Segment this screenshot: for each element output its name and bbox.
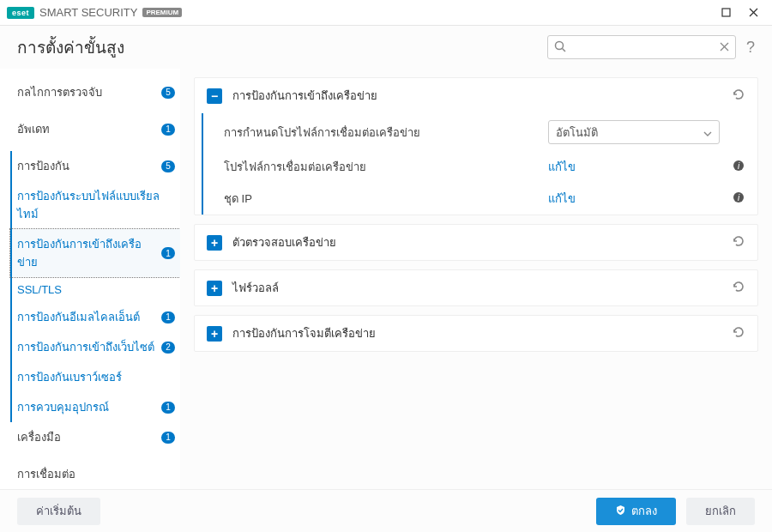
page-title: การตั้งค่าขั้นสูง bbox=[17, 34, 124, 60]
sidebar-item-1[interactable]: อัพเดท1 bbox=[10, 114, 180, 144]
badge: 1 bbox=[161, 402, 175, 414]
brand-name: SMART SECURITY bbox=[39, 6, 137, 19]
search-input[interactable] bbox=[547, 35, 736, 59]
brand-tier: PREMIUM bbox=[142, 8, 182, 17]
maximize-button[interactable] bbox=[714, 3, 738, 22]
shield-icon bbox=[615, 505, 626, 518]
sidebar-item-0[interactable]: กลไกการตรวจจับ5 bbox=[10, 77, 180, 107]
titlebar: eset SMART SECURITY PREMIUM bbox=[0, 0, 772, 26]
panel-0: −การป้องกันการเข้าถึงเครือข่ายการกำหนดโป… bbox=[194, 77, 758, 215]
undo-icon[interactable] bbox=[732, 325, 745, 342]
sidebar-item-label: SSL/TLS bbox=[17, 283, 175, 296]
profile-select[interactable]: อัตโนมัติ bbox=[548, 120, 720, 144]
select-value: อัตโนมัติ bbox=[556, 124, 598, 142]
sidebar-item-label: การป้องกันระบบไฟล์แบบเรียลไทม์ bbox=[17, 187, 175, 223]
info-icon[interactable]: i bbox=[732, 191, 745, 206]
default-button[interactable]: ค่าเริ่มต้น bbox=[17, 498, 100, 525]
cancel-button[interactable]: ยกเลิก bbox=[686, 498, 755, 525]
collapse-icon[interactable]: − bbox=[207, 88, 222, 104]
ok-button[interactable]: ตกลง bbox=[596, 498, 676, 525]
sidebar-item-3[interactable]: การป้องกันระบบไฟล์แบบเรียลไทม์ bbox=[10, 181, 180, 229]
header: การตั้งค่าขั้นสูง ? bbox=[0, 26, 772, 69]
setting-row-2: ชุด IPแก้ไขi bbox=[203, 183, 757, 215]
body: กลไกการตรวจจับ5อัพเดท1การป้องกัน5การป้อง… bbox=[0, 69, 772, 489]
sidebar-item-label: เครื่องมือ bbox=[17, 428, 156, 446]
info-icon[interactable]: i bbox=[732, 160, 745, 174]
sidebar-item-label: การป้องกันอีเมลไคลเอ็นต์ bbox=[17, 308, 156, 326]
sidebar-item-label: การป้องกันเบราว์เซอร์ bbox=[17, 368, 175, 386]
edit-link[interactable]: แก้ไข bbox=[548, 192, 576, 205]
badge: 2 bbox=[161, 342, 175, 354]
panel-header[interactable]: +ตัวตรวจสอบเครือข่าย bbox=[195, 225, 757, 260]
sidebar-item-label: การป้องกันการเข้าถึงเครือข่าย bbox=[17, 235, 156, 271]
badge: 5 bbox=[161, 87, 175, 99]
search-clear-icon[interactable] bbox=[720, 40, 729, 54]
badge: 5 bbox=[161, 160, 175, 172]
brand: eset SMART SECURITY PREMIUM bbox=[7, 6, 182, 19]
sidebar-item-8[interactable]: การป้องกันเบราว์เซอร์ bbox=[10, 362, 180, 392]
sidebar-item-label: การควบคุมอุปกรณ์ bbox=[17, 398, 156, 416]
badge: 1 bbox=[161, 247, 175, 259]
panel-3: +การป้องกันการโจมตีเครือข่าย bbox=[194, 315, 758, 352]
content: −การป้องกันการเข้าถึงเครือข่ายการกำหนดโป… bbox=[180, 69, 772, 489]
expand-icon[interactable]: + bbox=[207, 281, 222, 296]
sidebar-item-4[interactable]: การป้องกันการเข้าถึงเครือข่าย1 bbox=[10, 229, 180, 277]
sidebar-item-label: การเชื่อมต่อ bbox=[17, 465, 175, 483]
close-icon bbox=[749, 8, 758, 17]
square-icon bbox=[721, 8, 731, 17]
sidebar-item-10[interactable]: เครื่องมือ1 bbox=[10, 422, 180, 452]
sidebar-item-7[interactable]: การป้องกันการเข้าถึงเว็บไซต์2 bbox=[10, 332, 180, 362]
sidebar-item-2[interactable]: การป้องกัน5 bbox=[10, 151, 180, 181]
setting-row-0: การกำหนดโปรไฟล์การเชื่อมต่อเครือข่ายอัตโ… bbox=[203, 113, 757, 151]
chevron-down-icon bbox=[703, 126, 712, 139]
panel-body: การกำหนดโปรไฟล์การเชื่อมต่อเครือข่ายอัตโ… bbox=[202, 113, 757, 215]
window-controls bbox=[714, 3, 765, 22]
svg-rect-0 bbox=[722, 9, 730, 16]
expand-icon[interactable]: + bbox=[207, 326, 222, 342]
panel-header[interactable]: +การป้องกันการโจมตีเครือข่าย bbox=[195, 316, 757, 351]
sidebar: กลไกการตรวจจับ5อัพเดท1การป้องกัน5การป้อง… bbox=[0, 69, 180, 489]
help-icon[interactable]: ? bbox=[746, 39, 755, 57]
brand-badge: eset bbox=[7, 7, 34, 19]
setting-label: การกำหนดโปรไฟล์การเชื่อมต่อเครือข่าย bbox=[224, 124, 548, 142]
panel-title: ตัวตรวจสอบเครือข่าย bbox=[232, 233, 732, 251]
sidebar-item-label: การป้องกันการเข้าถึงเว็บไซต์ bbox=[17, 338, 156, 356]
undo-icon[interactable] bbox=[732, 280, 745, 297]
footer: ค่าเริ่มต้น ตกลง ยกเลิก bbox=[0, 489, 772, 532]
close-button[interactable] bbox=[741, 3, 765, 22]
setting-label: โปรไฟล์การเชื่อมต่อเครือข่าย bbox=[224, 158, 548, 176]
undo-icon[interactable] bbox=[732, 234, 745, 251]
sidebar-item-5[interactable]: SSL/TLS bbox=[10, 277, 180, 302]
sidebar-item-6[interactable]: การป้องกันอีเมลไคลเอ็นต์1 bbox=[10, 302, 180, 332]
setting-label: ชุด IP bbox=[224, 190, 548, 208]
expand-icon[interactable]: + bbox=[207, 235, 222, 251]
sidebar-item-11[interactable]: การเชื่อมต่อ bbox=[10, 459, 180, 489]
badge: 1 bbox=[161, 432, 175, 444]
panel-title: การป้องกันการเข้าถึงเครือข่าย bbox=[232, 87, 732, 105]
sidebar-item-9[interactable]: การควบคุมอุปกรณ์1 bbox=[10, 392, 180, 422]
edit-link[interactable]: แก้ไข bbox=[548, 160, 576, 173]
search-wrap bbox=[547, 35, 736, 59]
sidebar-item-label: การป้องกัน bbox=[17, 157, 156, 175]
sidebar-item-label: อัพเดท bbox=[17, 120, 156, 138]
ok-label: ตกลง bbox=[631, 502, 657, 520]
panel-2: +ไฟร์วอลล์ bbox=[194, 269, 758, 306]
undo-icon[interactable] bbox=[732, 88, 745, 105]
panel-title: การป้องกันการโจมตีเครือข่าย bbox=[232, 324, 732, 342]
badge: 1 bbox=[161, 311, 175, 323]
panel-header[interactable]: −การป้องกันการเข้าถึงเครือข่าย bbox=[195, 78, 757, 113]
panel-title: ไฟร์วอลล์ bbox=[232, 279, 732, 297]
setting-row-1: โปรไฟล์การเชื่อมต่อเครือข่ายแก้ไขi bbox=[203, 151, 757, 183]
badge: 1 bbox=[161, 124, 175, 136]
panel-1: +ตัวตรวจสอบเครือข่าย bbox=[194, 224, 758, 261]
panel-header[interactable]: +ไฟร์วอลล์ bbox=[195, 270, 757, 305]
sidebar-item-label: กลไกการตรวจจับ bbox=[17, 83, 156, 101]
